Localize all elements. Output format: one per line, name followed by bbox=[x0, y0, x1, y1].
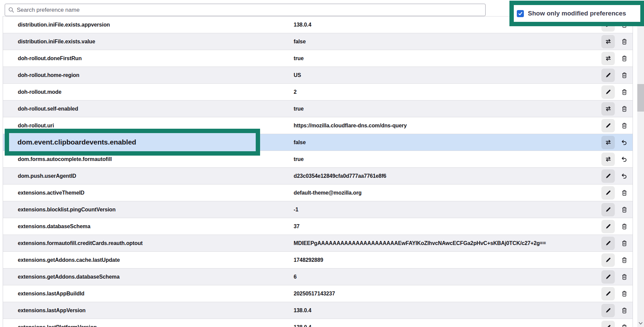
pref-value: d23c0354e12849cfa0d777aa7761e8f6 bbox=[294, 173, 386, 179]
edit-value-button[interactable] bbox=[601, 287, 615, 300]
pref-name: doh-rollout.doneFirstRun bbox=[18, 55, 82, 62]
edit-value-button[interactable] bbox=[601, 304, 615, 317]
delete-pref-button[interactable] bbox=[617, 304, 631, 317]
trash-icon bbox=[622, 223, 627, 230]
pref-name: extensions.formautofill.creditCards.reau… bbox=[18, 240, 143, 246]
pencil-icon bbox=[605, 190, 611, 196]
edit-value-button[interactable] bbox=[601, 85, 615, 99]
table-row[interactable]: distribution.iniFile.exists.value false bbox=[3, 33, 633, 50]
vertical-scrollbar[interactable] bbox=[637, 16, 644, 327]
toggle-arrows-icon bbox=[605, 106, 611, 112]
pref-name: dom.forms.autocomplete.formautofill bbox=[18, 156, 112, 162]
delete-pref-button[interactable] bbox=[617, 52, 631, 65]
table-row[interactable]: extensions.getAddons.databaseSchema 6 bbox=[3, 268, 633, 285]
edit-value-button[interactable] bbox=[601, 69, 615, 82]
delete-pref-button[interactable] bbox=[617, 119, 631, 132]
table-row[interactable]: extensions.activeThemeID default-theme@m… bbox=[3, 184, 633, 201]
search-box bbox=[5, 4, 486, 16]
pencil-icon bbox=[605, 173, 611, 179]
delete-pref-button[interactable] bbox=[617, 186, 631, 200]
table-row[interactable]: extensions.blocklist.pingCountVersion -1 bbox=[3, 201, 633, 218]
delete-pref-button[interactable] bbox=[617, 35, 631, 48]
pref-name: doh-rollout.self-enabled bbox=[18, 106, 78, 112]
pencil-icon bbox=[605, 123, 611, 128]
toggle-arrows-icon bbox=[605, 139, 611, 145]
table-row[interactable]: doh-rollout.doneFirstRun true bbox=[3, 50, 633, 67]
annotation-box-filter: Show only modified preferences bbox=[509, 1, 644, 26]
pref-value: -1 bbox=[294, 207, 298, 213]
table-row[interactable]: extensions.databaseSchema 37 bbox=[3, 218, 633, 235]
pencil-icon bbox=[605, 240, 611, 246]
reset-pref-button[interactable] bbox=[617, 153, 631, 166]
filter-checkbox-area[interactable]: Show only modified preferences bbox=[514, 5, 640, 22]
pencil-icon bbox=[605, 308, 611, 313]
highlighted-pref-area[interactable]: dom.event.clipboardevents.enabled bbox=[9, 133, 256, 151]
edit-value-button[interactable] bbox=[601, 119, 615, 132]
pref-name: extensions.lastPlatformVersion bbox=[18, 324, 97, 327]
trash-icon bbox=[622, 308, 627, 314]
table-row[interactable]: extensions.lastAppBuildId 20250517143237 bbox=[3, 285, 633, 302]
trash-icon bbox=[622, 240, 627, 246]
trash-icon bbox=[622, 257, 627, 263]
delete-pref-button[interactable] bbox=[617, 203, 631, 216]
search-input[interactable] bbox=[14, 7, 485, 13]
trash-icon bbox=[622, 72, 627, 78]
toggle-value-button[interactable] bbox=[601, 153, 615, 166]
pref-value: 138.0.4 bbox=[294, 22, 311, 28]
edit-value-button[interactable] bbox=[601, 220, 615, 233]
toggle-value-button[interactable] bbox=[601, 52, 615, 65]
scrollbar-thumb[interactable] bbox=[637, 84, 644, 112]
delete-pref-button[interactable] bbox=[617, 253, 631, 267]
edit-value-button[interactable] bbox=[601, 253, 615, 267]
pref-name: distribution.iniFile.exists.value bbox=[18, 39, 95, 45]
pencil-icon bbox=[605, 274, 611, 280]
table-row[interactable]: doh-rollout.home-region US bbox=[3, 67, 633, 83]
pref-value: 37 bbox=[294, 223, 300, 230]
checkmark-icon bbox=[518, 11, 523, 16]
trash-icon bbox=[622, 291, 627, 297]
table-row[interactable]: dom.push.userAgentID d23c0354e12849cfa0d… bbox=[3, 167, 633, 184]
trash-icon bbox=[622, 190, 627, 196]
pref-name: extensions.blocklist.pingCountVersion bbox=[18, 207, 115, 213]
reset-pref-button[interactable] bbox=[617, 169, 631, 183]
delete-pref-button[interactable] bbox=[617, 220, 631, 233]
edit-value-button[interactable] bbox=[601, 169, 615, 183]
pref-value: 138.0.4 bbox=[294, 308, 311, 314]
edit-value-button[interactable] bbox=[601, 321, 615, 327]
table-row[interactable]: doh-rollout.self-enabled true bbox=[3, 100, 633, 117]
delete-pref-button[interactable] bbox=[617, 102, 631, 116]
toggle-value-button[interactable] bbox=[601, 136, 615, 149]
pref-name: extensions.lastAppVersion bbox=[18, 308, 86, 314]
pref-value: true bbox=[294, 55, 304, 62]
pref-value: false bbox=[294, 39, 306, 45]
pref-value: false bbox=[294, 139, 306, 146]
delete-pref-button[interactable] bbox=[617, 270, 631, 284]
pref-value: MDIEEPgAAAAAAAAAAAAAAAAAAAAAEwFAYIKoZIhv… bbox=[294, 240, 546, 246]
scroll-down-icon[interactable] bbox=[638, 322, 643, 325]
table-row[interactable]: extensions.getAddons.cache.lastUpdate 17… bbox=[3, 251, 633, 268]
edit-value-button[interactable] bbox=[601, 186, 615, 200]
delete-pref-button[interactable] bbox=[617, 237, 631, 250]
toggle-value-button[interactable] bbox=[601, 35, 615, 48]
delete-pref-button[interactable] bbox=[617, 69, 631, 82]
prefs-table: distribution.iniFile.exists.appversion 1… bbox=[3, 16, 633, 327]
table-row[interactable]: doh-rollout.mode 2 bbox=[3, 83, 633, 100]
pencil-icon bbox=[605, 207, 611, 212]
table-row[interactable]: extensions.lastAppVersion 138.0.4 bbox=[3, 302, 633, 319]
pref-value: https://mozilla.cloudflare-dns.com/dns-q… bbox=[294, 123, 407, 129]
filter-checkbox-label[interactable]: Show only modified preferences bbox=[528, 10, 626, 17]
table-row[interactable]: extensions.formautofill.creditCards.reau… bbox=[3, 235, 633, 251]
modified-prefs-checkbox[interactable] bbox=[517, 10, 524, 17]
edit-value-button[interactable] bbox=[601, 237, 615, 250]
edit-value-button[interactable] bbox=[601, 270, 615, 284]
toggle-value-button[interactable] bbox=[601, 102, 615, 116]
pref-value: 1748292889 bbox=[294, 257, 323, 263]
table-row[interactable]: extensions.lastPlatformVersion 138.0.4 bbox=[3, 319, 633, 327]
delete-pref-button[interactable] bbox=[617, 321, 631, 327]
pencil-icon bbox=[605, 257, 611, 263]
reset-pref-button[interactable] bbox=[617, 136, 631, 149]
trash-icon bbox=[622, 55, 627, 62]
edit-value-button[interactable] bbox=[601, 203, 615, 216]
delete-pref-button[interactable] bbox=[617, 85, 631, 99]
delete-pref-button[interactable] bbox=[617, 287, 631, 300]
